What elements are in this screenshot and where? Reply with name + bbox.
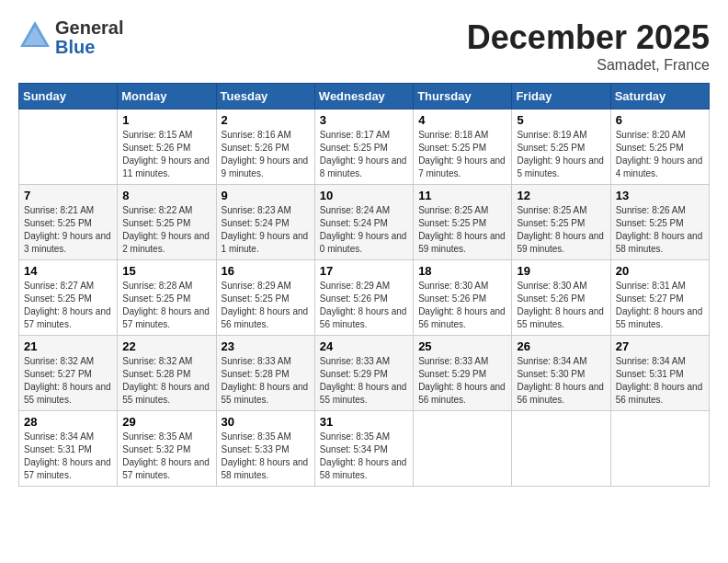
day-header-monday: Monday — [118, 84, 216, 109]
day-cell: 17Sunrise: 8:29 AM Sunset: 5:26 PM Dayli… — [314, 260, 413, 336]
day-info: Sunrise: 8:35 AM Sunset: 5:32 PM Dayligh… — [122, 431, 210, 482]
day-number: 16 — [222, 264, 310, 278]
day-header-wednesday: Wednesday — [314, 84, 413, 109]
day-cell: 20Sunrise: 8:31 AM Sunset: 5:27 PM Dayli… — [610, 260, 709, 336]
logo-icon — [18, 19, 51, 56]
day-number: 9 — [222, 189, 310, 202]
day-cell — [610, 411, 709, 487]
day-number: 21 — [24, 339, 112, 353]
day-info: Sunrise: 8:17 AM Sunset: 5:25 PM Dayligh… — [320, 129, 408, 180]
day-number: 22 — [122, 339, 210, 353]
day-number: 25 — [418, 339, 506, 353]
day-cell: 13Sunrise: 8:26 AM Sunset: 5:25 PM Dayli… — [610, 185, 709, 260]
day-number: 23 — [222, 339, 310, 353]
day-info: Sunrise: 8:33 AM Sunset: 5:28 PM Dayligh… — [222, 355, 310, 407]
week-row-1: 1Sunrise: 8:15 AM Sunset: 5:26 PM Daylig… — [19, 109, 710, 185]
title-block: December 2025 Samadet, France — [467, 18, 710, 74]
subtitle: Samadet, France — [467, 57, 710, 74]
day-number: 6 — [616, 113, 704, 127]
day-number: 8 — [122, 189, 210, 202]
day-number: 14 — [24, 264, 112, 278]
day-number: 17 — [320, 264, 408, 278]
day-number: 4 — [418, 113, 506, 127]
day-info: Sunrise: 8:34 AM Sunset: 5:31 PM Dayligh… — [24, 431, 112, 482]
day-info: Sunrise: 8:35 AM Sunset: 5:33 PM Dayligh… — [222, 431, 310, 482]
day-number: 20 — [616, 264, 704, 278]
day-number: 1 — [122, 113, 210, 127]
day-cell: 27Sunrise: 8:34 AM Sunset: 5:31 PM Dayli… — [610, 336, 709, 411]
day-cell — [414, 411, 512, 487]
day-cell: 18Sunrise: 8:30 AM Sunset: 5:26 PM Dayli… — [414, 260, 512, 336]
day-number: 29 — [122, 415, 210, 429]
day-number: 27 — [616, 339, 704, 353]
day-info: Sunrise: 8:32 AM Sunset: 5:27 PM Dayligh… — [24, 355, 112, 407]
week-row-2: 7Sunrise: 8:21 AM Sunset: 5:25 PM Daylig… — [19, 185, 710, 260]
day-info: Sunrise: 8:34 AM Sunset: 5:30 PM Dayligh… — [517, 355, 605, 407]
day-cell: 11Sunrise: 8:25 AM Sunset: 5:25 PM Dayli… — [414, 185, 512, 260]
day-cell: 16Sunrise: 8:29 AM Sunset: 5:25 PM Dayli… — [216, 260, 314, 336]
day-info: Sunrise: 8:35 AM Sunset: 5:34 PM Dayligh… — [320, 431, 408, 482]
day-number: 26 — [517, 339, 605, 353]
day-info: Sunrise: 8:27 AM Sunset: 5:25 PM Dayligh… — [24, 280, 112, 331]
day-info: Sunrise: 8:23 AM Sunset: 5:24 PM Dayligh… — [222, 204, 310, 256]
day-info: Sunrise: 8:32 AM Sunset: 5:28 PM Dayligh… — [122, 355, 210, 407]
week-row-4: 21Sunrise: 8:32 AM Sunset: 5:27 PM Dayli… — [19, 336, 710, 411]
day-cell: 30Sunrise: 8:35 AM Sunset: 5:33 PM Dayli… — [216, 411, 314, 487]
day-cell: 25Sunrise: 8:33 AM Sunset: 5:29 PM Dayli… — [414, 336, 512, 411]
day-number: 31 — [320, 415, 408, 429]
day-cell: 4Sunrise: 8:18 AM Sunset: 5:25 PM Daylig… — [414, 109, 512, 185]
logo: General Blue — [18, 18, 123, 57]
day-info: Sunrise: 8:34 AM Sunset: 5:31 PM Dayligh… — [616, 355, 704, 407]
day-info: Sunrise: 8:22 AM Sunset: 5:25 PM Dayligh… — [122, 204, 210, 256]
day-cell: 15Sunrise: 8:28 AM Sunset: 5:25 PM Dayli… — [118, 260, 216, 336]
day-number: 15 — [122, 264, 210, 278]
day-info: Sunrise: 8:19 AM Sunset: 5:25 PM Dayligh… — [517, 129, 605, 180]
day-number: 11 — [418, 189, 506, 202]
day-cell: 26Sunrise: 8:34 AM Sunset: 5:30 PM Dayli… — [512, 336, 610, 411]
day-number: 13 — [616, 189, 704, 202]
day-info: Sunrise: 8:20 AM Sunset: 5:25 PM Dayligh… — [616, 129, 704, 180]
day-cell: 24Sunrise: 8:33 AM Sunset: 5:29 PM Dayli… — [314, 336, 413, 411]
day-number: 24 — [320, 339, 408, 353]
day-cell: 2Sunrise: 8:16 AM Sunset: 5:26 PM Daylig… — [216, 109, 314, 185]
day-cell: 28Sunrise: 8:34 AM Sunset: 5:31 PM Dayli… — [19, 411, 118, 487]
day-cell — [19, 109, 118, 185]
week-row-3: 14Sunrise: 8:27 AM Sunset: 5:25 PM Dayli… — [19, 260, 710, 336]
day-number: 3 — [320, 113, 408, 127]
day-number: 10 — [320, 189, 408, 202]
day-cell: 22Sunrise: 8:32 AM Sunset: 5:28 PM Dayli… — [118, 336, 216, 411]
logo-blue-text: Blue — [55, 38, 123, 57]
day-number: 28 — [24, 415, 112, 429]
week-row-5: 28Sunrise: 8:34 AM Sunset: 5:31 PM Dayli… — [19, 411, 710, 487]
day-header-saturday: Saturday — [610, 84, 709, 109]
day-number: 19 — [517, 264, 605, 278]
day-cell — [512, 411, 610, 487]
day-info: Sunrise: 8:25 AM Sunset: 5:25 PM Dayligh… — [418, 204, 506, 256]
day-info: Sunrise: 8:30 AM Sunset: 5:26 PM Dayligh… — [418, 280, 506, 331]
day-info: Sunrise: 8:25 AM Sunset: 5:25 PM Dayligh… — [517, 204, 605, 256]
day-header-friday: Friday — [512, 84, 610, 109]
day-number: 30 — [222, 415, 310, 429]
calendar-table: SundayMondayTuesdayWednesdayThursdayFrid… — [18, 83, 710, 487]
day-cell: 1Sunrise: 8:15 AM Sunset: 5:26 PM Daylig… — [118, 109, 216, 185]
day-number: 5 — [517, 113, 605, 127]
day-cell: 9Sunrise: 8:23 AM Sunset: 5:24 PM Daylig… — [216, 185, 314, 260]
day-header-thursday: Thursday — [414, 84, 512, 109]
day-info: Sunrise: 8:15 AM Sunset: 5:26 PM Dayligh… — [122, 129, 210, 180]
day-cell: 21Sunrise: 8:32 AM Sunset: 5:27 PM Dayli… — [19, 336, 118, 411]
logo-words: General Blue — [55, 18, 123, 57]
day-cell: 12Sunrise: 8:25 AM Sunset: 5:25 PM Dayli… — [512, 185, 610, 260]
day-cell: 6Sunrise: 8:20 AM Sunset: 5:25 PM Daylig… — [610, 109, 709, 185]
day-info: Sunrise: 8:31 AM Sunset: 5:27 PM Dayligh… — [616, 280, 704, 331]
day-cell: 14Sunrise: 8:27 AM Sunset: 5:25 PM Dayli… — [19, 260, 118, 336]
day-info: Sunrise: 8:24 AM Sunset: 5:24 PM Dayligh… — [320, 204, 408, 256]
day-cell: 29Sunrise: 8:35 AM Sunset: 5:32 PM Dayli… — [118, 411, 216, 487]
day-cell: 23Sunrise: 8:33 AM Sunset: 5:28 PM Dayli… — [216, 336, 314, 411]
day-cell: 7Sunrise: 8:21 AM Sunset: 5:25 PM Daylig… — [19, 185, 118, 260]
header: General Blue December 2025 Samadet, Fran… — [18, 18, 710, 74]
day-number: 7 — [24, 189, 112, 202]
day-info: Sunrise: 8:33 AM Sunset: 5:29 PM Dayligh… — [418, 355, 506, 407]
day-info: Sunrise: 8:29 AM Sunset: 5:25 PM Dayligh… — [222, 280, 310, 331]
day-info: Sunrise: 8:16 AM Sunset: 5:26 PM Dayligh… — [222, 129, 310, 180]
day-info: Sunrise: 8:33 AM Sunset: 5:29 PM Dayligh… — [320, 355, 408, 407]
